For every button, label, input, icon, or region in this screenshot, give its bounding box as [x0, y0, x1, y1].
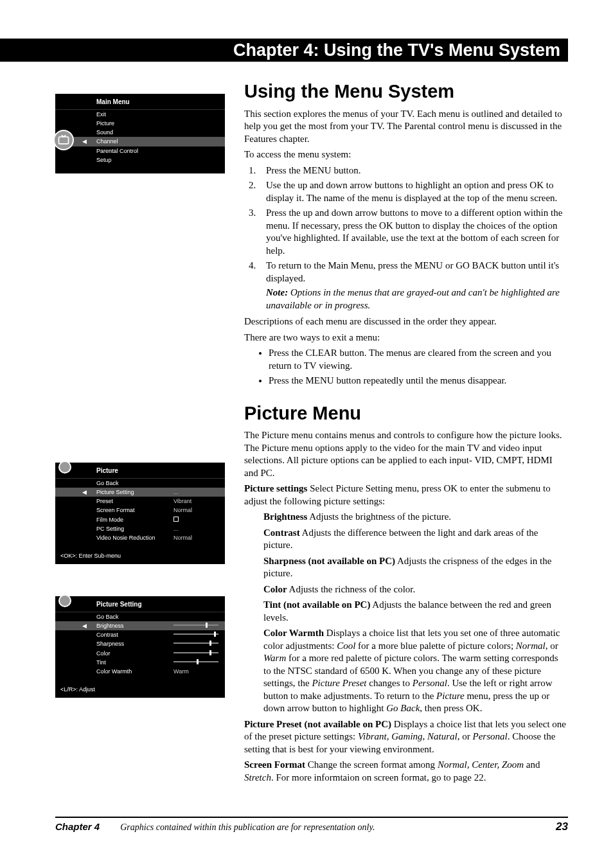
menu-item[interactable]: Screen FormatNormal — [55, 506, 225, 515]
menu-hint: <OK>: Enter Sub-menu — [55, 545, 225, 564]
body-brightness: Adjusts the brightness of the picture. — [307, 511, 451, 522]
step-1: Press the MENU button. — [258, 164, 568, 177]
main-menu-box: Main Menu ExitPictureSound◀ChannelParent… — [55, 94, 225, 173]
exit-bullet-2: Press the MENU button repeatedly until t… — [269, 375, 568, 387]
tv-icon — [53, 130, 74, 150]
menu-item[interactable]: Film Mode — [55, 515, 225, 524]
menu-item-label: Color — [96, 650, 173, 657]
slider — [173, 650, 218, 655]
menu-item-label: Sharpness — [96, 640, 173, 648]
menu-item[interactable]: Video Nosie ReductionNormal — [55, 533, 225, 542]
menu-item[interactable]: Setup — [55, 155, 225, 164]
sharpness-def: Sharpness (not available on PC) Adjusts … — [263, 555, 568, 580]
menu-title: Picture Setting — [55, 596, 225, 612]
tint-def: Tint (not available on PC) Adjusts the b… — [263, 599, 568, 624]
brightness-def: Brightness Adjusts the brightness of the… — [263, 511, 568, 524]
menu-item[interactable]: Picture — [55, 119, 225, 128]
menu-item[interactable]: Color WarmthWarm — [55, 667, 225, 676]
menu-item-value — [173, 650, 225, 657]
picture-menu-box: Picture Go Back◀Picture Setting...Preset… — [55, 463, 225, 551]
exit-bullet-1: Press the CLEAR button. The menus are cl… — [269, 347, 568, 372]
menu-item[interactable]: Color — [55, 649, 225, 658]
screen-format-def: Screen Format Change the screen format a… — [244, 759, 568, 784]
menu-item-label: Parental Control — [96, 147, 225, 155]
slider — [173, 632, 218, 637]
term-brightness: Brightness — [263, 511, 307, 522]
menu-item-label: Go Back — [96, 479, 173, 487]
menu-item-value — [173, 516, 225, 524]
menu-item-label: Screen Format — [96, 506, 173, 514]
chapter-title: Chapter 4: Using the TV's Menu System — [233, 40, 560, 60]
menu-item-value — [173, 631, 225, 639]
menu-item-label: Film Mode — [96, 516, 173, 524]
menu-item[interactable]: ◀Channel — [55, 137, 225, 146]
term-tint: Tint (not available on PC) — [263, 599, 370, 610]
footer-note: Graphics contained within this publicati… — [120, 822, 556, 833]
chapter-header: Chapter 4: Using the TV's Menu System — [0, 39, 568, 62]
footer-page-number: 23 — [556, 820, 568, 833]
heading-using-menu: Using the Menu System — [244, 80, 568, 104]
exit-list: Press the CLEAR button. The menus are cl… — [269, 347, 568, 387]
picture-preset-def: Picture Preset (not available on PC) Dis… — [244, 718, 568, 756]
page-footer: Chapter 4 Graphics contained within this… — [55, 817, 568, 833]
menu-item[interactable]: Go Back — [55, 479, 225, 488]
term-sharpness: Sharpness (not available on PC) — [263, 556, 395, 566]
intro-para: This section explores the menus of your … — [244, 108, 568, 146]
menu-item[interactable]: Contrast — [55, 630, 225, 639]
menu-hint: <L/R>: Adjust — [55, 678, 225, 698]
term-preset: Picture Preset (not available on PC) — [244, 719, 391, 729]
access-para: To access the menu system: — [244, 148, 568, 161]
color-def: Color Adjusts the richness of the color. — [263, 583, 568, 596]
desc-2: There are two ways to exit a menu: — [244, 332, 568, 344]
step-4-note: Note: Options in the menus that are gray… — [266, 287, 568, 312]
picture-setting-icon — [58, 594, 71, 607]
svg-rect-0 — [59, 137, 69, 144]
menu-item[interactable]: PresetVibrant — [55, 497, 225, 506]
menu-item[interactable]: Tint — [55, 658, 225, 667]
menu-item[interactable]: Parental Control — [55, 146, 225, 155]
term-color: Color — [263, 584, 287, 594]
menu-item-label: PC Setting — [96, 525, 173, 533]
menu-item[interactable]: ◀Brightness — [55, 621, 225, 630]
main-content: Using the Menu System This section explo… — [244, 80, 568, 787]
selection-arrow-icon: ◀ — [82, 488, 87, 496]
menu-item[interactable]: ◀Picture Setting... — [55, 488, 225, 497]
menu-item[interactable]: Sharpness — [55, 639, 225, 648]
selection-arrow-icon: ◀ — [82, 622, 87, 630]
menu-item-label: Exit — [96, 111, 225, 118]
term-screen-format: Screen Format — [244, 759, 305, 770]
menu-title: Picture — [55, 463, 225, 479]
picture-setting-menu-box: Picture Setting Go Back◀BrightnessContra… — [55, 596, 225, 685]
body-contrast: Adjusts the difference between the light… — [263, 527, 538, 551]
menu-item-value: Warm — [173, 668, 225, 675]
menu-item-value: ... — [173, 488, 225, 496]
menu-item[interactable]: Go Back — [55, 612, 225, 621]
menu-item-value — [173, 622, 225, 630]
menu-item-label: Contrast — [96, 631, 173, 639]
step-4-text: To return to the Main Menu, press the ME… — [266, 260, 559, 283]
step-4: To return to the Main Menu, press the ME… — [258, 260, 568, 312]
term-warmth: Color Warmth — [263, 628, 324, 638]
body-color: Adjusts the richness of the color. — [287, 584, 416, 594]
menu-item-label: Setup — [96, 156, 225, 164]
menu-item-label: Video Nosie Reduction — [96, 534, 173, 542]
contrast-def: Contrast Adjusts the difference between … — [263, 527, 568, 552]
slider — [173, 641, 218, 646]
picture-icon — [58, 461, 71, 474]
step-2: Use the up and down arrow buttons to hig… — [258, 179, 568, 204]
menu-item[interactable]: Exit — [55, 110, 225, 119]
menu-item-label: Picture Setting — [96, 488, 173, 496]
note-text: Options in the menus that are grayed-out… — [266, 287, 560, 310]
menu-item[interactable]: Sound — [55, 128, 225, 137]
color-warmth-def: Color Warmth Displays a choice list that… — [263, 627, 568, 715]
menu-item-label: Channel — [96, 137, 225, 145]
menu-item[interactable]: PC Setting... — [55, 524, 225, 533]
menu-item-label: Brightness — [96, 622, 173, 630]
tv-icon-svg — [57, 134, 70, 146]
menu-item-label: Preset — [96, 497, 173, 505]
term-contrast: Contrast — [263, 527, 300, 538]
term-picture-settings: Picture settings — [244, 483, 307, 493]
checkbox-icon — [173, 517, 179, 522]
menu-item-label: Sound — [96, 128, 225, 136]
selection-arrow-icon: ◀ — [82, 137, 87, 145]
